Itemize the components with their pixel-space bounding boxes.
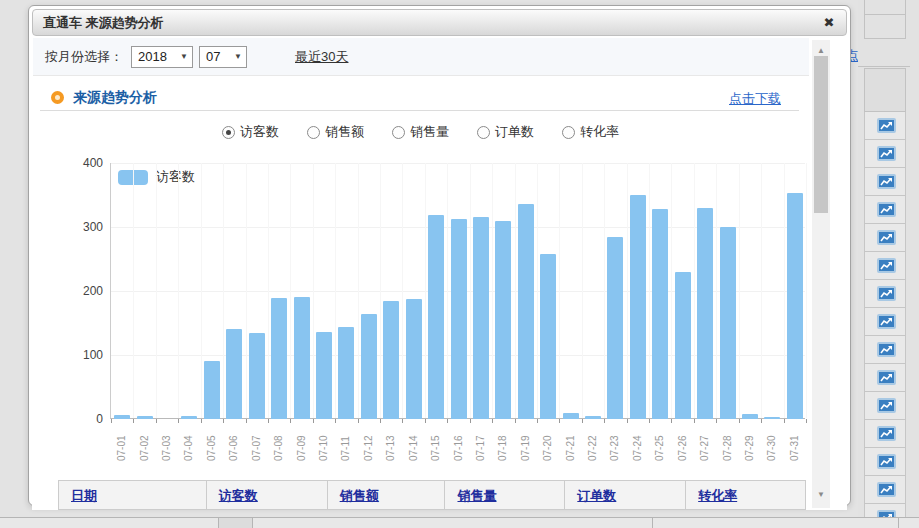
dialog-titlebar[interactable]: 直通车 来源趋势分析 ✖ (32, 9, 847, 36)
trend-chart-icon[interactable] (877, 230, 896, 245)
year-select[interactable]: 2018 ▼ (131, 46, 193, 68)
bar-07-23[interactable] (607, 237, 623, 419)
bar-07-25[interactable] (652, 209, 668, 419)
x-axis-label: 07-07 (251, 425, 262, 461)
metric-radio-转化率[interactable]: 转化率 (562, 122, 619, 142)
x-axis-tick (290, 419, 291, 423)
metric-radio-访客数[interactable]: 访客数 (222, 122, 279, 142)
column-header-link[interactable]: 订单数 (577, 488, 616, 503)
divider (40, 110, 799, 111)
trend-chart-icon[interactable] (877, 146, 896, 161)
x-axis-label: 07-24 (632, 425, 643, 461)
trend-chart-icon[interactable] (877, 370, 896, 385)
trend-chart-icon[interactable] (877, 258, 896, 273)
x-axis-label: 07-16 (453, 425, 464, 461)
bar-07-05[interactable] (204, 361, 220, 419)
bar-07-21[interactable] (563, 413, 579, 419)
scroll-down-icon[interactable]: ▼ (812, 488, 830, 502)
x-axis-label: 07-17 (475, 425, 486, 461)
chevron-down-icon: ▼ (180, 52, 188, 61)
bar-07-15[interactable] (428, 215, 444, 419)
bar-07-27[interactable] (697, 208, 713, 419)
metric-radio-订单数[interactable]: 订单数 (477, 122, 534, 142)
recent-30-days-link[interactable]: 最近30天 (295, 48, 348, 66)
bar-07-07[interactable] (249, 333, 265, 419)
bar-07-20[interactable] (540, 254, 556, 419)
x-axis-tick (178, 419, 179, 423)
column-header-link[interactable]: 销售额 (340, 488, 379, 503)
bar-07-12[interactable] (361, 314, 377, 419)
radio-icon (477, 126, 490, 139)
download-link[interactable]: 点击下载 (729, 90, 781, 108)
metric-radio-label: 销售额 (325, 123, 364, 141)
close-icon[interactable]: ✖ (820, 14, 838, 32)
gridline (739, 163, 740, 418)
trend-chart-icon[interactable] (877, 118, 896, 133)
bar-07-19[interactable] (518, 204, 534, 419)
column-header-link[interactable]: 销售量 (457, 488, 496, 503)
trend-chart-icon[interactable] (877, 398, 896, 413)
table-row (864, 336, 906, 364)
bar-07-14[interactable] (406, 299, 422, 419)
x-axis-tick (156, 419, 157, 423)
trend-chart-icon[interactable] (877, 342, 896, 357)
table-row (864, 448, 906, 476)
x-axis-label: 07-02 (139, 425, 150, 461)
metric-radio-group: 访客数销售额销售量订单数转化率 (32, 122, 809, 142)
bar-07-09[interactable] (294, 297, 310, 419)
trend-chart-icon[interactable] (877, 202, 896, 217)
x-axis-tick (425, 419, 426, 423)
bar-07-10[interactable] (316, 332, 332, 419)
bar-07-24[interactable] (630, 195, 646, 419)
column-header-link[interactable]: 转化率 (698, 488, 737, 503)
bar-07-30[interactable] (764, 417, 780, 419)
gridline (559, 163, 560, 418)
gridline (604, 163, 605, 418)
x-axis-label: 07-21 (565, 425, 576, 461)
bar-07-01[interactable] (114, 415, 130, 419)
gridline (201, 163, 202, 418)
x-axis-tick (649, 419, 650, 423)
gridline (358, 163, 359, 418)
bar-07-13[interactable] (383, 301, 399, 419)
metric-radio-label: 访客数 (240, 123, 279, 141)
bar-07-29[interactable] (742, 414, 758, 419)
bar-07-28[interactable] (720, 227, 736, 419)
x-axis-label: 07-31 (789, 425, 800, 461)
gridline (335, 163, 336, 418)
bar-07-31[interactable] (787, 193, 803, 419)
trend-chart-icon[interactable] (877, 454, 896, 469)
bar-07-18[interactable] (495, 221, 511, 419)
data-table: 日期访客数销售额销售量订单数转化率 (58, 480, 806, 510)
trend-chart-icon[interactable] (877, 174, 896, 189)
bar-07-02[interactable] (137, 416, 153, 419)
x-axis-label: 07-29 (744, 425, 755, 461)
bar-07-17[interactable] (473, 217, 489, 419)
bar-07-26[interactable] (675, 272, 691, 419)
metric-radio-销售量[interactable]: 销售量 (392, 122, 449, 142)
scrollbar-thumb[interactable] (814, 56, 828, 213)
section-header: 来源趋势分析 点击下载 (32, 88, 809, 110)
column-header-日期: 日期 (59, 481, 207, 509)
radio-icon (392, 126, 405, 139)
trend-chart-icon[interactable] (877, 314, 896, 329)
trend-chart-icon[interactable] (877, 286, 896, 301)
trend-chart-icon[interactable] (877, 482, 896, 497)
x-axis-tick (515, 419, 516, 423)
month-select[interactable]: 07 ▼ (199, 46, 247, 68)
bar-07-11[interactable] (338, 327, 354, 419)
x-axis-tick (111, 419, 112, 423)
bar-07-06[interactable] (226, 329, 242, 419)
bar-07-04[interactable] (181, 416, 197, 419)
x-axis-tick (133, 419, 134, 423)
bar-07-22[interactable] (585, 416, 601, 419)
column-header-link[interactable]: 日期 (71, 488, 97, 503)
dialog-scrollbar[interactable]: ▲ ▼ (812, 40, 830, 508)
x-axis-label: 07-30 (766, 425, 777, 461)
metric-radio-销售额[interactable]: 销售额 (307, 122, 364, 142)
column-header-link[interactable]: 访客数 (219, 488, 258, 503)
bar-07-16[interactable] (451, 219, 467, 419)
gridline (537, 163, 538, 418)
bar-07-08[interactable] (271, 298, 287, 419)
trend-chart-icon[interactable] (877, 426, 896, 441)
